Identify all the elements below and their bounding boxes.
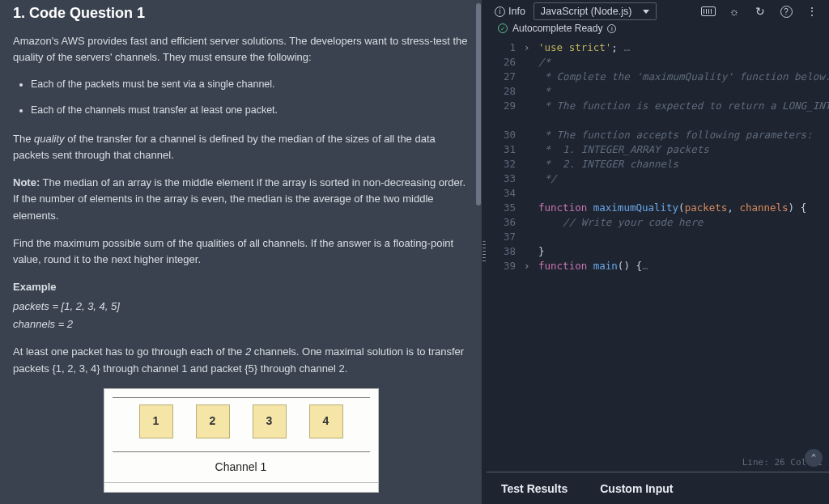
fold-marker[interactable]: ›	[524, 40, 530, 55]
packet-box: 1	[139, 404, 173, 438]
info-icon: i	[607, 24, 616, 33]
keyboard-icon[interactable]	[699, 4, 717, 19]
note-text: Note: The median of an array is the midd…	[13, 175, 469, 223]
packet-box: 3	[253, 404, 287, 438]
fold-marker[interactable]: ›	[524, 259, 530, 273]
autocomplete-status[interactable]: ✓ Autocomplete Ready i	[487, 23, 829, 37]
tab-test-results[interactable]: Test Results	[501, 482, 568, 495]
question-title: 1. Code Question 1	[13, 0, 469, 33]
left-scrollbar[interactable]	[475, 0, 482, 504]
quality-definition: The quality of the transfer for a channe…	[13, 131, 469, 163]
example-explanation: At least one packet has to go through ea…	[13, 344, 469, 376]
code-editor[interactable]: 12627282930313233343536373839 › › 'use s…	[487, 37, 829, 472]
constraints-list: Each of the packets must be sent via a s…	[13, 77, 469, 118]
editor-panel: i Info JavaScript (Node.js) ☼ ↻ ? ⋮ ✓ Au…	[487, 0, 829, 504]
example-channels: channels = 2	[13, 316, 469, 332]
reset-icon[interactable]: ↻	[751, 4, 769, 19]
info-icon: i	[495, 6, 505, 17]
chevron-down-icon	[643, 10, 649, 14]
packet-box: 2	[196, 404, 230, 438]
code-content[interactable]: 'use strict'; …/* * Complete the 'maximu…	[538, 40, 826, 273]
problem-panel: 1. Code Question 1 Amazon's AWS provides…	[0, 0, 482, 504]
help-icon[interactable]: ?	[777, 4, 795, 19]
task-text: Find the maximum possible sum of the qua…	[13, 235, 469, 268]
example-heading: Example	[13, 279, 469, 295]
info-link[interactable]: i Info	[495, 6, 525, 17]
illustration: 1 2 3 4 Channel 1	[104, 388, 379, 493]
channel-label: Channel 1	[113, 452, 370, 483]
example-packets: packets = [1, 2, 3, 4, 5]	[13, 299, 469, 315]
packet-box: 4	[309, 404, 343, 438]
intro-text: Amazon's AWS provides fast and efficient…	[13, 33, 469, 66]
expand-button[interactable]: ⌃	[805, 449, 823, 467]
constraint-item: Each of the packets must be sent via a s…	[31, 77, 469, 92]
check-icon: ✓	[498, 23, 508, 33]
tab-custom-input[interactable]: Custom Input	[600, 482, 673, 495]
theme-icon[interactable]: ☼	[725, 4, 743, 19]
more-icon[interactable]: ⋮	[803, 4, 821, 19]
bottom-tabs: Test Results Custom Input	[487, 472, 829, 504]
language-select[interactable]: JavaScript (Node.js)	[534, 2, 657, 20]
line-gutter: 12627282930313233343536373839	[487, 37, 522, 273]
constraint-item: Each of the channels must transfer at le…	[31, 103, 469, 118]
